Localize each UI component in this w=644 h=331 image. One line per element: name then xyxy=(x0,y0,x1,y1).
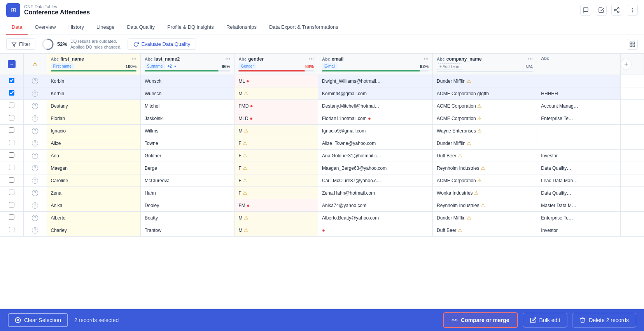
share-icon-btn[interactable] xyxy=(611,5,622,16)
svg-marker-8 xyxy=(12,42,16,46)
check-square-icon-btn[interactable] xyxy=(596,5,607,16)
row-checkbox[interactable] xyxy=(9,78,14,83)
col-type-icon: Abc xyxy=(51,57,59,61)
cell-gender-value: M xyxy=(238,91,242,96)
table-row: ?AnikaDooleyFM ●Anika74@yahoo.comReynhol… xyxy=(0,199,644,212)
row-checkbox[interactable] xyxy=(9,115,14,120)
company-warning-icon: ⚠ xyxy=(467,215,471,221)
tab-overview[interactable]: Overview xyxy=(29,20,61,35)
evaluate-dq-button[interactable]: Evaluate Data Quality xyxy=(128,38,196,50)
cell-email: ● xyxy=(318,224,432,237)
dq-bar-track-email xyxy=(322,70,429,71)
tab-history[interactable]: History xyxy=(63,20,89,35)
more-icon-btn[interactable] xyxy=(627,5,638,16)
row-question-icon: ? xyxy=(32,202,38,209)
row-collapse-cell xyxy=(0,112,23,125)
cell-gender-value: M xyxy=(238,128,242,134)
cell-company-value: Wonka Industries xyxy=(437,190,473,196)
dq-note-line1: DQ results are outdated. xyxy=(70,38,121,44)
cell-gender-value: F xyxy=(238,178,241,183)
row-info-cell: ? xyxy=(23,174,47,187)
company-warning-icon: ⚠ xyxy=(481,202,485,208)
add-column-button[interactable]: + xyxy=(621,59,632,70)
add-term-button[interactable]: + Add Term xyxy=(437,63,462,70)
tab-data-quality[interactable]: Data Quality xyxy=(121,20,160,35)
tab-lineage[interactable]: Lineage xyxy=(91,20,120,35)
cell-email-value: Alberto.Beatty@yahoo.com xyxy=(322,215,379,221)
svg-rect-13 xyxy=(630,45,632,47)
tab-data-export[interactable]: Data Export & Transformations xyxy=(264,20,344,35)
cell-extra: Master Data M… xyxy=(537,199,621,212)
col-header-email: Abc email ⋯ E-mail 92% xyxy=(318,54,432,75)
comment-icon-btn[interactable] xyxy=(580,5,591,16)
row-checkbox[interactable] xyxy=(9,214,14,220)
cell-email-value: Dwight_Williams@hotmail… xyxy=(322,78,381,84)
row-info-cell: ? xyxy=(23,199,47,212)
cell-first-name: Anika xyxy=(47,199,140,212)
col-menu-gender[interactable]: ⋯ xyxy=(309,56,314,62)
row-checkbox[interactable] xyxy=(9,90,14,96)
warning-icon: ⚠ xyxy=(243,140,247,146)
row-checkbox[interactable] xyxy=(9,152,14,158)
col-menu-first-name[interactable]: ⋯ xyxy=(131,56,136,62)
tab-relationships[interactable]: Relationships xyxy=(221,20,262,35)
row-checkbox[interactable] xyxy=(9,127,14,133)
dq-bar-track-gender xyxy=(238,70,314,71)
filter-button[interactable]: Filter xyxy=(6,38,35,50)
cell-email-value: Ignacio9@gmail.com xyxy=(322,128,366,134)
company-warning-icon: ⚠ xyxy=(458,153,462,159)
cell-extra: Investor xyxy=(537,224,621,237)
row-info-cell: ? xyxy=(23,87,47,100)
cell-gender: M ⚠ xyxy=(234,125,318,137)
col-menu-company[interactable]: ⋯ xyxy=(528,56,533,62)
tab-profile-dq[interactable]: Profile & DQ insights xyxy=(162,20,219,35)
row-collapse-cell xyxy=(0,187,23,199)
dq-bar-track-last-name2 xyxy=(145,70,230,71)
row-question-icon: ? xyxy=(32,103,38,109)
company-warning-icon: ⚠ xyxy=(477,128,482,134)
cell-company-name: ACME Corporation ⚠ xyxy=(433,112,537,125)
row-checkbox[interactable] xyxy=(9,190,14,195)
svg-line-3 xyxy=(616,10,618,12)
cell-company-name: Wayne Enterprises ⚠ xyxy=(433,125,537,137)
cell-company-name: Wonka Industries ⚠ xyxy=(433,187,537,199)
collapse-button[interactable]: − xyxy=(8,60,16,68)
cell-email-value: Destany.Mitchell@hotmai… xyxy=(322,103,379,109)
col-menu-email[interactable]: ⋯ xyxy=(424,56,429,62)
cell-company-value: Dunder Mifflin xyxy=(437,141,466,146)
row-checkbox[interactable] xyxy=(9,227,14,232)
svg-point-0 xyxy=(618,7,619,9)
cell-extra xyxy=(537,125,621,137)
svg-point-6 xyxy=(632,10,632,10)
cell-company-name: Dunder Mifflin ⚠ xyxy=(433,212,537,224)
row-info-cell: ? xyxy=(23,187,47,199)
table-row: ?AnaGoldnerF ⚠Ana.Goldner31@hotmail.c…Du… xyxy=(0,150,644,162)
col-name-last-name2: last_name2 xyxy=(154,56,180,62)
refresh-icon xyxy=(133,42,139,47)
row-checkbox[interactable] xyxy=(9,140,14,145)
dq-pct-last-name2: 86% xyxy=(222,64,230,69)
dq-bar-track-company xyxy=(437,71,533,72)
cell-gender: MLD ● xyxy=(234,112,318,125)
col-menu-last-name2[interactable]: ⋯ xyxy=(225,56,230,62)
dq-note-line2: Applied DQ rules changed. xyxy=(70,44,121,50)
cell-last-name2: Towne xyxy=(140,137,234,150)
warning-header-icon: ⚠ xyxy=(33,61,37,67)
cell-extra xyxy=(537,137,621,150)
row-checkbox[interactable] xyxy=(9,177,14,183)
table-settings-button[interactable] xyxy=(627,39,638,50)
row-checkbox[interactable] xyxy=(9,202,14,207)
row-checkbox[interactable] xyxy=(9,103,14,108)
company-warning-icon: ⚠ xyxy=(458,227,462,233)
table-row: ?KorbinWunschML ●Dwight_Williams@hotmail… xyxy=(0,75,644,87)
tab-data[interactable]: Data xyxy=(6,20,28,35)
comment-icon xyxy=(583,7,589,13)
cell-company-name: Dunder Mifflin ⚠ xyxy=(433,137,537,150)
cell-company-name: Reynholm Industries ⚠ xyxy=(433,162,537,174)
cell-extra: Investor xyxy=(537,150,621,162)
company-warning-icon: ⚠ xyxy=(467,140,471,146)
term-badge-gender: Gender xyxy=(238,63,256,69)
email-error-icon: ● xyxy=(368,115,371,121)
row-checkbox[interactable] xyxy=(9,165,14,170)
cell-email-value: Maegan_Berge63@yahoo.com xyxy=(322,166,387,171)
